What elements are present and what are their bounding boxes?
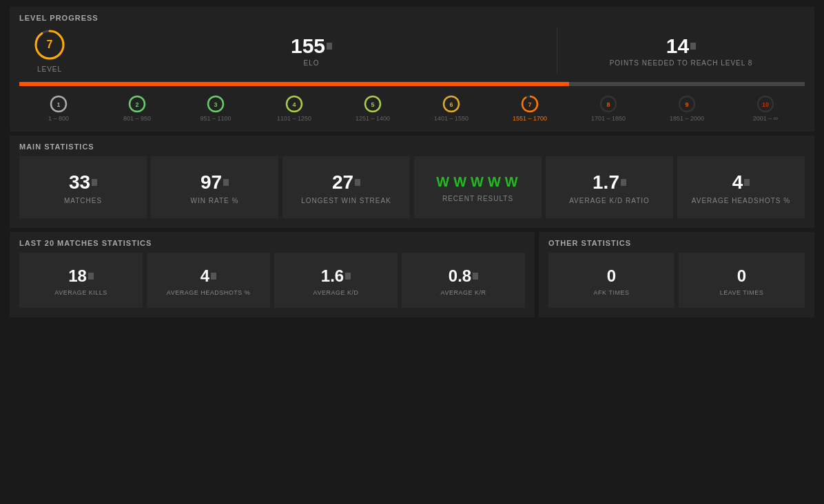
stat-label-1: WIN RATE % (191, 196, 239, 205)
stat-icon-5 (744, 179, 750, 186)
svg-text:7: 7 (528, 101, 531, 108)
points-block: 14 POINTS NEEDED TO REACH LEVEL 8 (557, 28, 805, 74)
last-20-section: LAST 20 MATCHES STATISTICS 18AVERAGE KIL… (10, 232, 535, 317)
result-w: W (453, 174, 468, 190)
level-marker-7[interactable]: 7 1551 – 1700 (491, 94, 569, 122)
main-stats-section: MAIN STATISTICS 33MATCHES97WIN RATE %27L… (10, 136, 814, 228)
last20-icon-3 (473, 273, 478, 280)
main-stat-card-5: 4AVERAGE HEADSHOTS % (677, 156, 805, 218)
level-marker-range-3: 951 – 1100 (200, 115, 231, 122)
stat-icon-0 (92, 179, 97, 186)
level-circle: 7 (33, 28, 66, 61)
main-stat-card-0: 33MATCHES (19, 156, 147, 218)
level-marker-range-9: 1851 – 2000 (670, 115, 704, 122)
last-20-title: LAST 20 MATCHES STATISTICS (19, 239, 525, 247)
level-marker-icon-2: 2 (127, 94, 147, 114)
svg-text:2: 2 (135, 101, 138, 108)
last20-label-0: AVERAGE KILLS (54, 289, 107, 297)
level-marker-range-1: 1 – 800 (48, 115, 69, 122)
main-stats-title: MAIN STATISTICS (19, 143, 805, 151)
level-marker-icon-1: 1 (49, 94, 68, 114)
level-marker-range-8: 1701 – 1850 (591, 115, 626, 122)
last20-stat-card-3: 0.8AVERAGE K/R (402, 253, 525, 308)
level-marker-5[interactable]: 5 1251 – 1400 (333, 94, 412, 122)
other-stat-value-1: 0 (737, 266, 746, 286)
last20-stat-value-3: 0.8 (449, 266, 478, 286)
level-marker-8[interactable]: 8 1701 – 1850 (569, 94, 648, 122)
points-icon (690, 43, 696, 50)
last20-label-3: AVERAGE K/R (441, 289, 486, 297)
main-stats-grid: 33MATCHES97WIN RATE %27LONGEST WIN STREA… (19, 156, 805, 218)
other-stat-card-0: 0AFK TIMES (548, 253, 674, 308)
level-marker-range-7: 1551 – 1700 (513, 115, 547, 122)
svg-text:4: 4 (292, 101, 296, 108)
level-marker-icon-5: 5 (363, 94, 382, 114)
level-marker-range-10: 2001 – ∞ (753, 115, 778, 122)
stat-icon-1 (223, 179, 229, 186)
stat-icon-4 (621, 179, 626, 186)
level-marker-10[interactable]: 10 2001 – ∞ (726, 94, 805, 122)
other-stat-label-1: LEAVE TIMES (720, 289, 764, 297)
stat-label-0: MATCHES (64, 196, 102, 205)
level-progress-title: LEVEL PROGRESS (19, 14, 805, 22)
level-marker-icon-7: 7 (520, 94, 539, 114)
other-stats-title: OTHER STATISTICS (548, 239, 805, 247)
stat-label-2: LONGEST WIN STREAK (301, 196, 391, 205)
stat-value-1: 97 (200, 173, 229, 192)
level-marker-2[interactable]: 2 801 – 950 (98, 94, 176, 122)
level-marker-icon-8: 8 (599, 94, 618, 114)
progress-bar-fill (19, 82, 569, 86)
elo-block: 155 ELO (66, 34, 557, 67)
level-block: 7 LEVEL (19, 28, 66, 73)
result-w: W (488, 174, 502, 190)
points-value: 14 (666, 34, 696, 58)
level-progress-top: 7 LEVEL 155 ELO 14 POINTS NEEDED T (19, 28, 805, 74)
last20-stat-card-0: 18AVERAGE KILLS (19, 253, 143, 308)
page-wrapper: LEVEL PROGRESS 7 LEVEL 155 (0, 0, 824, 324)
stat-value-2: 27 (332, 173, 360, 192)
bottom-row: LAST 20 MATCHES STATISTICS 18AVERAGE KIL… (10, 232, 814, 317)
level-marker-icon-4: 4 (285, 94, 304, 114)
progress-bar-container (19, 82, 805, 86)
other-stat-value-0: 0 (607, 266, 616, 286)
stat-label-5: AVERAGE HEADSHOTS % (692, 196, 790, 205)
main-stat-card-2: 27LONGEST WIN STREAK (282, 156, 410, 218)
level-marker-icon-10: 10 (756, 94, 775, 114)
stat-value-0: 33 (69, 173, 97, 192)
level-marker-range-4: 1101 – 1250 (277, 115, 311, 122)
last20-stat-card-1: 4AVERAGE HEADSHOTS % (147, 253, 270, 308)
svg-text:3: 3 (214, 101, 217, 108)
level-marker-1[interactable]: 1 1 – 800 (19, 94, 98, 122)
level-marker-range-6: 1401 – 1550 (434, 115, 468, 122)
level-marker-4[interactable]: 4 1101 – 1250 (255, 94, 333, 122)
other-stat-card-1: 0LEAVE TIMES (679, 253, 805, 308)
other-stat-label-0: AFK TIMES (594, 289, 630, 297)
elo-value: 155 (291, 34, 332, 58)
last20-stat-value-2: 1.6 (321, 266, 351, 286)
recent-results: WWWWW (436, 174, 519, 190)
svg-text:10: 10 (762, 101, 769, 108)
svg-text:6: 6 (449, 101, 453, 108)
result-w: W (436, 174, 451, 190)
level-marker-6[interactable]: 6 1401 – 1550 (412, 94, 491, 122)
level-marker-range-2: 801 – 950 (123, 115, 151, 122)
last20-stat-value-0: 18 (68, 266, 94, 286)
last20-label-2: AVERAGE K/D (313, 289, 359, 297)
level-marker-icon-9: 9 (677, 94, 697, 114)
svg-text:7: 7 (47, 39, 53, 50)
last20-icon-2 (345, 273, 351, 280)
level-marker-3[interactable]: 3 951 – 1100 (176, 94, 255, 122)
level-marker-9[interactable]: 9 1851 – 2000 (648, 94, 726, 122)
level-marker-icon-3: 3 (206, 94, 225, 114)
stat-value-4: 1.7 (593, 173, 626, 192)
points-label: POINTS NEEDED TO REACH LEVEL 8 (610, 59, 753, 67)
svg-text:1: 1 (56, 101, 60, 108)
main-stat-card-4: 1.7AVERAGE K/D RATIO (546, 156, 673, 218)
last20-stat-value-1: 4 (200, 266, 216, 286)
svg-text:9: 9 (685, 101, 688, 108)
stat-value-5: 4 (732, 173, 750, 192)
other-stats-section: OTHER STATISTICS 0AFK TIMES0LEAVE TIMES (539, 232, 814, 317)
stat-icon-2 (355, 179, 360, 186)
elo-icon (327, 43, 332, 50)
other-stats-grid: 0AFK TIMES0LEAVE TIMES (548, 253, 805, 308)
